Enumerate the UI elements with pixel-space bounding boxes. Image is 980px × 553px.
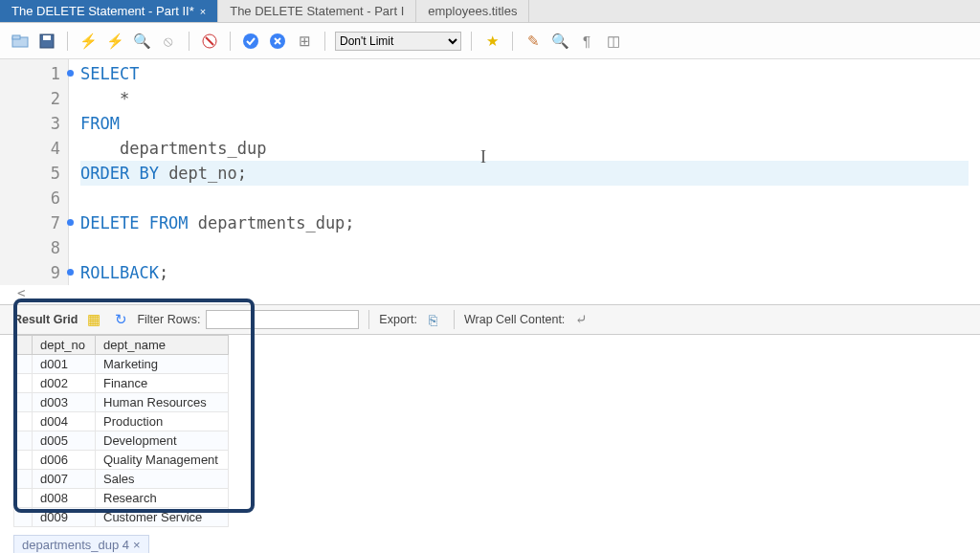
line-number: 7	[0, 210, 60, 235]
table-cell[interactable]: d001	[33, 355, 96, 374]
code-line[interactable]	[80, 186, 969, 210]
line-number: 4	[0, 136, 60, 161]
code-line[interactable]: FROM	[80, 111, 969, 136]
result-grid-label: Result Grid	[13, 313, 78, 326]
line-number: 3	[0, 111, 60, 136]
line-number: 6	[0, 186, 60, 210]
line-number: 1	[0, 61, 60, 86]
line-number: 5	[0, 161, 60, 186]
close-icon[interactable]: ×	[200, 6, 206, 17]
export-icon[interactable]: ⎘	[423, 309, 444, 330]
autocommit-icon[interactable]: ⊞	[294, 31, 315, 52]
svg-rect-3	[43, 35, 51, 40]
code-line[interactable]: SELECT	[80, 61, 969, 86]
editor-tab[interactable]: employees.titles	[416, 0, 529, 22]
open-icon[interactable]	[10, 31, 31, 52]
panel-icon[interactable]: ◫	[603, 31, 624, 52]
save-icon[interactable]	[36, 31, 57, 52]
rollback-icon[interactable]	[267, 31, 288, 52]
line-number: 9	[0, 260, 60, 285]
table-row[interactable]: d001Marketing	[14, 355, 229, 374]
result-grid-wrap: dept_nodept_named001Marketingd002Finance…	[0, 335, 980, 535]
stop-icon[interactable]	[199, 31, 220, 52]
table-row[interactable]: d005Development	[14, 431, 229, 451]
sql-editor[interactable]: 123456789 I SELECT *FROM departments_dup…	[0, 59, 980, 285]
row-selector[interactable]	[14, 393, 33, 412]
row-selector[interactable]	[14, 412, 33, 431]
table-row[interactable]: d004Production	[14, 412, 229, 431]
code-line[interactable]: ORDER BY dept_no;	[80, 161, 969, 186]
brush-icon[interactable]: ✎	[523, 31, 544, 52]
table-cell[interactable]: d004	[33, 412, 96, 431]
row-selector[interactable]	[14, 489, 33, 508]
scroll-left-icon[interactable]: <	[0, 285, 980, 304]
commit-icon[interactable]	[240, 31, 261, 52]
table-cell[interactable]: Production	[96, 412, 229, 431]
table-cell[interactable]: Customer Service	[96, 508, 229, 527]
table-row[interactable]: d008Research	[14, 489, 229, 508]
table-row[interactable]: d002Finance	[14, 374, 229, 393]
wrap-cell-label: Wrap Cell Content:	[464, 313, 565, 326]
table-cell[interactable]: d006	[33, 451, 96, 470]
explain-icon[interactable]: 🔍	[131, 31, 152, 52]
code-area[interactable]: I SELECT *FROM departments_dupORDER BY d…	[69, 59, 980, 285]
gutter: 123456789	[0, 59, 69, 285]
row-selector[interactable]	[14, 470, 33, 489]
table-cell[interactable]: Quality Management	[96, 451, 229, 470]
result-tab[interactable]: departments_dup 4 ×	[13, 535, 149, 553]
row-selector[interactable]	[14, 451, 33, 470]
code-line[interactable]: *	[80, 86, 969, 111]
grid-icon[interactable]: ▦	[83, 309, 104, 330]
code-line[interactable]: departments_dup	[80, 136, 969, 161]
code-line[interactable]: ROLLBACK;	[80, 260, 969, 285]
toolbar: ⚡ ⚡ 🔍 ⦸ ⊞ Don't Limit ★ ✎ 🔍 ¶ ◫	[0, 23, 980, 59]
limit-select[interactable]: Don't Limit	[335, 32, 461, 51]
tab-bar: The DELETE Statement - Part II*×The DELE…	[0, 0, 980, 23]
column-header[interactable]: dept_no	[33, 336, 96, 355]
table-row[interactable]: d006Quality Management	[14, 451, 229, 470]
editor-tab[interactable]: The DELETE Statement - Part I	[218, 0, 416, 22]
row-selector[interactable]	[14, 374, 33, 393]
refresh-icon[interactable]: ↻	[110, 309, 131, 330]
table-cell[interactable]: d008	[33, 489, 96, 508]
table-cell[interactable]: d003	[33, 393, 96, 412]
svg-point-6	[243, 33, 258, 49]
table-cell[interactable]: Sales	[96, 470, 229, 489]
paragraph-icon[interactable]: ¶	[576, 31, 597, 52]
table-cell[interactable]: Finance	[96, 374, 229, 393]
code-line[interactable]: DELETE FROM departments_dup;	[80, 210, 969, 235]
export-label: Export:	[379, 313, 417, 326]
table-cell[interactable]: Human Resources	[96, 393, 229, 412]
row-selector[interactable]	[14, 431, 33, 451]
table-row[interactable]: d007Sales	[14, 470, 229, 489]
wrap-cell-icon[interactable]: ⤶	[570, 309, 591, 330]
table-row[interactable]: d003Human Resources	[14, 393, 229, 412]
table-cell[interactable]: Marketing	[96, 355, 229, 374]
row-selector[interactable]	[14, 508, 33, 527]
editor-tab[interactable]: The DELETE Statement - Part II*×	[0, 0, 218, 22]
code-line[interactable]	[80, 235, 969, 260]
cancel-icon[interactable]: ⦸	[158, 31, 179, 52]
table-cell[interactable]: Development	[96, 431, 229, 451]
text-cursor-icon: I	[480, 147, 486, 167]
column-header[interactable]: dept_name	[96, 336, 229, 355]
execute-icon[interactable]: ⚡	[78, 31, 99, 52]
table-cell[interactable]: Research	[96, 489, 229, 508]
result-tab-label: departments_dup 4	[22, 538, 129, 552]
filter-rows-label: Filter Rows:	[137, 313, 200, 326]
table-row[interactable]: d009Customer Service	[14, 508, 229, 527]
table-cell[interactable]: d002	[33, 374, 96, 393]
result-toolbar: Result Grid ▦ ↻ Filter Rows: Export: ⎘ W…	[0, 304, 980, 335]
svg-rect-1	[12, 35, 20, 39]
execute-step-icon[interactable]: ⚡	[104, 31, 125, 52]
row-selector[interactable]	[14, 355, 33, 374]
table-cell[interactable]: d009	[33, 508, 96, 527]
close-icon[interactable]: ×	[133, 538, 141, 552]
result-table[interactable]: dept_nodept_named001Marketingd002Finance…	[13, 335, 229, 527]
tab-label: employees.titles	[428, 4, 517, 18]
table-cell[interactable]: d007	[33, 470, 96, 489]
beautify-icon[interactable]: ★	[481, 31, 502, 52]
search-icon[interactable]: 🔍	[549, 31, 570, 52]
table-cell[interactable]: d005	[33, 431, 96, 451]
filter-rows-input[interactable]	[206, 310, 359, 329]
